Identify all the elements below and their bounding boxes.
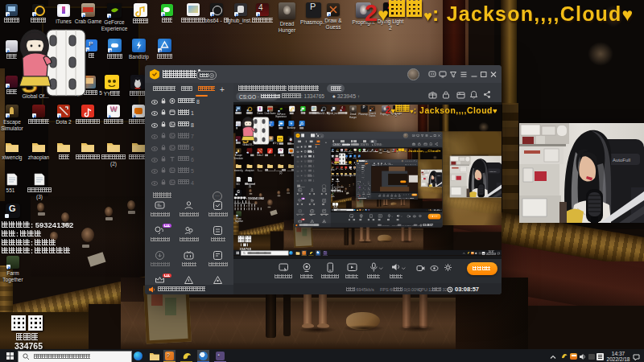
svg-text:AutoFull: AutoFull: [613, 158, 630, 162]
svg-text:AutoFull: AutoFull: [489, 171, 497, 173]
